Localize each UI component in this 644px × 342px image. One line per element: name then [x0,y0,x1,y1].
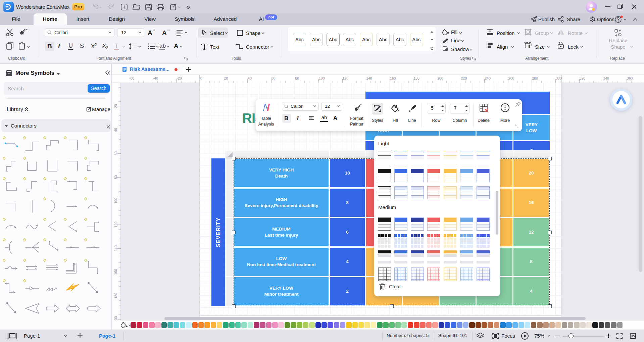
svg-text:ab: ab [159,43,166,49]
svg-text:A: A [174,42,179,49]
svg-text:A: A [148,29,152,36]
svg-text:A: A [162,29,167,36]
svg-text:I: I [529,44,530,48]
